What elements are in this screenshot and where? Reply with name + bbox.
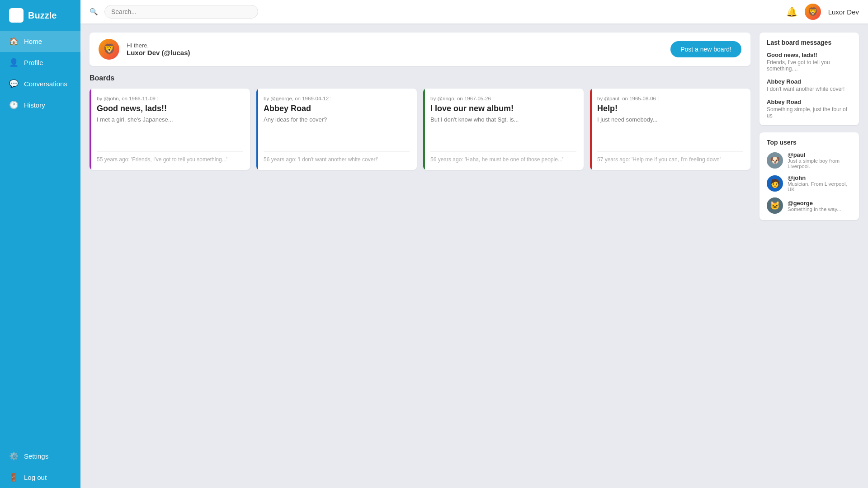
user-avatar: 🐶	[767, 152, 783, 169]
notifications-icon[interactable]: 🔔	[786, 6, 797, 17]
right-panel: Last board messages Good news, lads!! Fr…	[760, 33, 859, 479]
profile-icon: 👤	[9, 58, 19, 67]
sidebar-item-conversations[interactable]: 💬 Conversations	[0, 73, 80, 94]
user-avatar: 🐱	[767, 197, 783, 214]
sidebar-item-label: History	[24, 101, 45, 109]
header-right: 🔔 🦁 Luxor Dev	[786, 4, 859, 20]
post-new-board-button[interactable]: Post a new board!	[670, 41, 741, 57]
conversations-icon: 💬	[9, 79, 19, 89]
lbm-board-name: Abbey Road	[767, 78, 852, 85]
last-board-messages-title: Last board messages	[767, 39, 852, 46]
board-title: I love our new album!	[430, 104, 576, 113]
user-avatar-header[interactable]: 🦁	[805, 4, 821, 20]
top-users-panel: Top users 🐶 @paul Just a simple boy from…	[760, 132, 859, 220]
sidebar-item-home[interactable]: 🏠 Home	[0, 31, 80, 52]
sidebar-item-label: Conversations	[24, 80, 67, 88]
boards-grid: by @john, on 1966-11-09 : Good news, lad…	[90, 89, 750, 170]
top-user-handle: @paul	[788, 151, 852, 158]
sidebar-item-history[interactable]: 🕐 History	[0, 94, 80, 116]
boards-section: Boards by @john, on 1966-11-09 : Good ne…	[90, 74, 750, 170]
board-meta: by @paul, on 1965-08-06 :	[597, 96, 743, 101]
board-last-msg: 56 years ago: 'I don't want another whit…	[264, 151, 410, 163]
board-desc: I met a girl, she's Japanese...	[97, 116, 243, 147]
history-icon: 🕐	[9, 100, 19, 110]
content-area: 🦁 Hi there, Luxor Dev (@lucas) Post a ne…	[80, 23, 868, 488]
board-desc: But I don't know who that Sgt. is...	[430, 116, 576, 147]
board-title: Good news, lads!!	[97, 104, 243, 113]
board-desc: I just need somebody...	[597, 116, 743, 147]
main-content: 🔍 🔔 🦁 Luxor Dev 🦁 Hi there, Luxor Dev (@…	[80, 0, 868, 488]
welcome-avatar: 🦁	[99, 39, 119, 60]
board-meta: by @george, on 1969-04-12 :	[264, 96, 410, 101]
welcome-name: Luxor Dev (@lucas)	[127, 49, 190, 56]
header-username: Luxor Dev	[828, 8, 859, 16]
top-user-info: @john Musician. From Liverpool, UK	[788, 174, 852, 192]
sidebar-item-profile[interactable]: 👤 Profile	[0, 52, 80, 73]
top-user-info: @george Something in the way...	[788, 200, 841, 212]
board-title: Abbey Road	[264, 104, 410, 113]
lbm-item[interactable]: Abbey Road Something simple, just the fo…	[767, 99, 852, 119]
lbm-message: Friends, I've got to tell you something.…	[767, 59, 852, 72]
search-input[interactable]	[104, 5, 258, 19]
welcome-bar: 🦁 Hi there, Luxor Dev (@lucas) Post a ne…	[90, 33, 750, 66]
app-name: Buzzle	[28, 10, 57, 21]
home-icon: 🏠	[9, 37, 19, 46]
board-meta: by @ringo, on 1967-05-26 :	[430, 96, 576, 101]
top-user-item[interactable]: 🧑 @john Musician. From Liverpool, UK	[767, 174, 852, 192]
logout-icon: 🚪	[9, 473, 19, 482]
sidebar-item-label: Log out	[24, 474, 47, 481]
lbm-item[interactable]: Good news, lads!! Friends, I've got to t…	[767, 52, 852, 72]
top-user-info: @paul Just a simple boy from Liverpool.	[788, 151, 852, 169]
lbm-board-name: Good news, lads!!	[767, 52, 852, 58]
top-user-handle: @john	[788, 174, 852, 181]
board-card[interactable]: by @paul, on 1965-08-06 : Help! I just n…	[590, 89, 750, 170]
left-panel: 🦁 Hi there, Luxor Dev (@lucas) Post a ne…	[90, 33, 750, 479]
lbm-board-name: Abbey Road	[767, 99, 852, 105]
board-desc: Any ideas for the cover?	[264, 116, 410, 147]
top-user-item[interactable]: 🐱 @george Something in the way...	[767, 197, 852, 214]
sidebar-item-label: Settings	[24, 452, 48, 460]
bottom-nav: ⚙️ Settings 🚪 Log out	[0, 446, 80, 488]
top-user-bio: Musician. From Liverpool, UK	[788, 181, 852, 192]
lbm-message: Something simple, just the four of us	[767, 106, 852, 119]
sidebar-item-logout[interactable]: 🚪 Log out	[0, 467, 80, 488]
welcome-text: Hi there, Luxor Dev (@lucas)	[127, 42, 190, 56]
top-user-bio: Just a simple boy from Liverpool.	[788, 158, 852, 169]
boards-title: Boards	[90, 74, 750, 82]
user-avatar: 🧑	[767, 175, 783, 192]
board-title: Help!	[597, 104, 743, 113]
top-user-bio: Something in the way...	[788, 206, 841, 212]
board-last-msg: 56 years ago: 'Haha, he must be one of t…	[430, 151, 576, 163]
welcome-hi: Hi there,	[127, 42, 190, 49]
header: 🔍 🔔 🦁 Luxor Dev	[80, 0, 868, 23]
last-board-messages-panel: Last board messages Good news, lads!! Fr…	[760, 33, 859, 125]
lbm-message: I don't want another white cover!	[767, 86, 852, 92]
settings-icon: ⚙️	[9, 451, 19, 461]
search-icon: 🔍	[90, 8, 98, 16]
sidebar-item-settings[interactable]: ⚙️ Settings	[0, 446, 80, 467]
app-logo[interactable]: 🗨 Buzzle	[0, 0, 80, 31]
board-card[interactable]: by @ringo, on 1967-05-26 : I love our ne…	[423, 89, 584, 170]
board-last-msg: 55 years ago: 'Friends, I've got to tell…	[97, 151, 243, 163]
top-user-item[interactable]: 🐶 @paul Just a simple boy from Liverpool…	[767, 151, 852, 169]
lbm-item[interactable]: Abbey Road I don't want another white co…	[767, 78, 852, 92]
sidebar: 🗨 Buzzle 🏠 Home 👤 Profile 💬 Conversation…	[0, 0, 80, 488]
board-card[interactable]: by @george, on 1969-04-12 : Abbey Road A…	[256, 89, 417, 170]
sidebar-item-label: Home	[24, 38, 42, 45]
board-card[interactable]: by @john, on 1966-11-09 : Good news, lad…	[90, 89, 250, 170]
top-user-handle: @george	[788, 200, 841, 206]
board-meta: by @john, on 1966-11-09 :	[97, 96, 243, 101]
sidebar-item-label: Profile	[24, 59, 43, 66]
top-users-title: Top users	[767, 139, 852, 146]
main-nav: 🏠 Home 👤 Profile 💬 Conversations 🕐 Histo…	[0, 31, 80, 116]
board-last-msg: 57 years ago: 'Help me if you can, I'm f…	[597, 151, 743, 163]
logo-icon: 🗨	[9, 8, 24, 23]
